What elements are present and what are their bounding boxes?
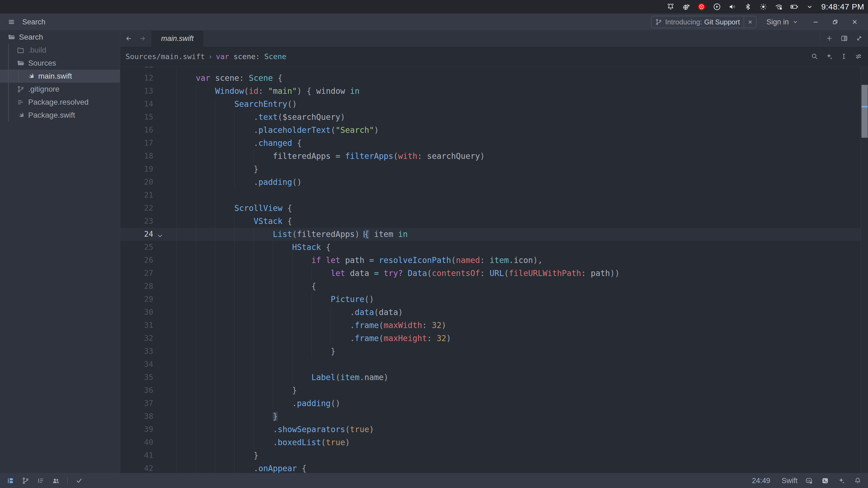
line-number[interactable]: 27 [120,267,153,280]
media-play-icon[interactable] [712,2,722,12]
code-line-29[interactable]: 29Picture() [120,293,861,306]
split-pane-icon[interactable] [840,34,849,43]
line-number[interactable]: 40 [120,436,153,449]
line-number[interactable]: 19 [120,163,153,176]
brightness-icon[interactable] [758,2,768,12]
code-line-21[interactable]: 21 [120,189,861,202]
code-line-19[interactable]: 19} [120,163,861,176]
line-number[interactable]: 26 [120,254,153,267]
line-number[interactable]: 12 [120,72,153,85]
line-number[interactable]: 21 [120,189,153,202]
code-line-31[interactable]: 31.frame(maxWidth: 32) [120,319,861,332]
tab-main-swift[interactable]: main.swift [151,31,204,46]
file-row-Package-resolved[interactable]: Package.resolved [0,96,120,109]
volume-icon[interactable] [727,2,737,12]
code-line-30[interactable]: 30.data(data) [120,306,861,319]
file-row-main-swift[interactable]: main.swift [0,70,120,83]
git-support-banner[interactable]: Introducing: Git Support × [651,16,756,28]
code-line-11[interactable]: 11 [120,67,861,72]
navigate-back-button[interactable] [124,34,133,43]
code-line-42[interactable]: 42.onAppear { [120,462,861,473]
code-line-13[interactable]: 13Window(id: "main") { window in [120,85,861,98]
sign-in-button[interactable]: Sign in [766,18,799,26]
cursor-position[interactable]: 24:49 [752,477,770,485]
editor-controls-icon[interactable] [854,51,864,62]
code-line-26[interactable]: 26if let path = resolveIconPath(named: i… [120,254,861,267]
line-number[interactable]: 15 [120,110,153,124]
code-line-38[interactable]: 38} [120,410,861,423]
file-row--gitignore[interactable]: .gitignore [0,83,120,96]
file-row--build[interactable]: .build [0,44,120,57]
navigate-forward-button[interactable] [138,34,147,43]
code-line-22[interactable]: 22ScrollView { [120,202,861,215]
zoom-pane-icon[interactable] [855,34,864,43]
code-line-40[interactable]: 40.boxedList(true) [120,436,861,449]
line-number[interactable]: 11 [120,67,153,72]
code-line-32[interactable]: 32.frame(maxHeight: 32) [120,332,861,345]
line-number[interactable]: 32 [120,332,153,345]
line-number[interactable]: 37 [120,397,153,410]
tray-chevron-icon[interactable] [805,2,814,12]
line-number[interactable]: 13 [120,85,153,98]
line-number[interactable]: 29 [120,293,153,306]
code-line-28[interactable]: 28{ [120,280,861,293]
code-line-36[interactable]: 36} [120,384,861,397]
close-button[interactable] [849,16,860,28]
line-number[interactable]: 24 [120,228,153,241]
code-line-24[interactable]: 24List(filteredApps) { item in [120,228,861,241]
line-number[interactable]: 16 [120,124,153,137]
git-panel-toggle-icon[interactable] [21,476,30,486]
network-globe-icon[interactable] [681,2,691,12]
restore-button[interactable] [830,16,841,28]
line-number[interactable]: 25 [120,241,153,254]
code-line-25[interactable]: 25HStack { [120,241,861,254]
line-number[interactable]: 38 [120,410,153,423]
line-number[interactable]: 23 [120,215,153,228]
collaboration-panel-toggle-icon[interactable] [51,476,61,486]
new-tab-icon[interactable] [825,34,834,43]
bluetooth-icon[interactable] [743,2,753,12]
minimize-button[interactable] [810,16,822,28]
project-title[interactable]: Search [22,18,45,26]
line-number[interactable]: 20 [120,176,153,189]
line-number[interactable]: 41 [120,449,153,462]
code-line-14[interactable]: 14SearchEntry() [120,98,861,110]
line-number[interactable]: 34 [120,358,153,371]
line-number[interactable]: 35 [120,371,153,384]
project-panel-toggle-icon[interactable] [5,476,15,486]
notifications-bell-icon[interactable] [666,2,676,12]
code-editor[interactable]: 1112var scene: Scene {13Window(id: "main… [120,67,868,473]
code-line-33[interactable]: 33} [120,345,861,358]
code-line-23[interactable]: 23VStack { [120,215,861,228]
code-line-35[interactable]: 35Label(item.name) [120,371,861,384]
code-line-37[interactable]: 37.padding() [120,397,861,410]
code-line-34[interactable]: 34 [120,358,861,371]
outline-panel-toggle-icon[interactable] [36,476,45,486]
code-line-18[interactable]: 18filteredApps = filterApps(with: search… [120,150,861,163]
file-row-Package-swift[interactable]: Package.swift [0,109,120,122]
code-line-41[interactable]: 41} [120,449,861,462]
code-line-20[interactable]: 20.padding() [120,176,861,189]
line-number[interactable]: 22 [120,202,153,215]
line-number[interactable]: 18 [120,150,153,163]
battery-icon[interactable] [789,2,799,12]
system-clock[interactable]: 9:48:47 PM [822,2,864,11]
line-number[interactable]: 17 [120,137,153,150]
terminal-panel-icon[interactable] [820,476,830,486]
line-number[interactable]: 31 [120,319,153,332]
line-number[interactable]: 33 [120,345,153,358]
buffer-search-icon[interactable] [809,51,820,62]
line-number[interactable]: 28 [120,280,153,293]
breadcrumb[interactable]: Sources/main.swift › var scene: Scene [126,52,286,61]
code-line-17[interactable]: 17.changed { [120,137,861,150]
file-row-Search[interactable]: Search [0,31,120,44]
code-line-39[interactable]: 39.showSeparators(true) [120,423,861,436]
edit-prediction-icon[interactable] [839,51,849,62]
line-number[interactable]: 36 [120,384,153,397]
line-number[interactable]: 30 [120,306,153,319]
diagnostics-check-icon[interactable] [74,476,84,486]
youtube-music-icon[interactable] [696,2,706,12]
code-line-16[interactable]: 16.placeholderText("Search") [120,124,861,137]
editor-scrollbar[interactable] [861,67,868,473]
wifi-secured-icon[interactable] [774,2,784,12]
